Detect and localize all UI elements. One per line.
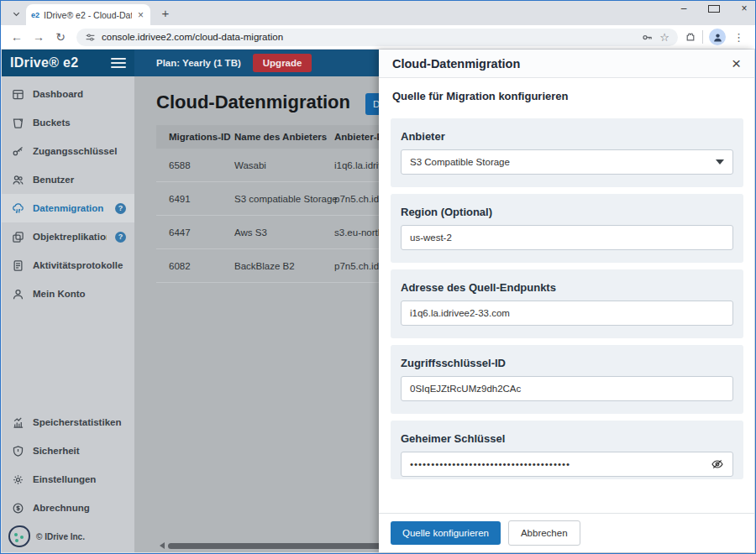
dollar-circle-icon (12, 502, 24, 515)
tab-search-chevron-icon[interactable] (6, 3, 26, 24)
copyright-text: © IDrive Inc. (36, 532, 85, 541)
secret-key-label: Geheimer Schlüssel (401, 432, 733, 445)
browser-tab[interactable]: e2 IDrive® e2 - Cloud-Datenmigra × (26, 4, 150, 25)
window-close-button[interactable]: × (738, 3, 750, 15)
provider-section: Anbieter (391, 118, 743, 187)
sidebar-item-settings[interactable]: Einstellungen (2, 465, 134, 494)
sidebar-item-users[interactable]: Benutzer (2, 165, 134, 194)
secret-key-section: Geheimer Schlüssel (391, 421, 743, 479)
sidebar-item-data-migration[interactable]: Datenmigration ? (2, 194, 134, 222)
help-icon[interactable]: ? (115, 203, 126, 214)
panel-subtitle: Quelle für Migration konfigurieren (392, 90, 568, 102)
sidebar-item-security[interactable]: Sicherheit (2, 436, 134, 465)
idrive-e2-logo: IDrive® e2 (10, 55, 111, 71)
migration-config-panel: Cloud-Datenmigration × Quelle für Migrat… (379, 50, 754, 552)
browser-menu-icon[interactable]: ⋮ (729, 31, 748, 44)
browser-toolbar: ← → ↻ console.idrivee2.com/cloud-data-mi… (1, 25, 755, 49)
access-key-section: Zugriffsschlüssel-ID (391, 345, 743, 414)
upgrade-button[interactable]: Upgrade (253, 54, 312, 72)
chevron-down-icon (716, 159, 724, 165)
sidebar-item-storage-stats[interactable]: Speicherstatistiken (2, 408, 134, 436)
reload-button[interactable]: ↻ (51, 28, 70, 46)
configure-source-button[interactable]: Quelle konfigurieren (391, 521, 501, 545)
browser-window: e2 IDrive® e2 - Cloud-Datenmigra × + – ×… (0, 0, 756, 554)
extensions-puzzle-icon[interactable] (685, 31, 696, 43)
access-key-field-wrap (401, 376, 733, 401)
sidebar-item-dashboard[interactable]: Dashboard (2, 80, 134, 108)
cookie-consent-icon[interactable] (8, 525, 30, 547)
replication-icon (12, 231, 24, 243)
window-controls: – × (678, 3, 750, 15)
logo-strip: IDrive® e2 (2, 50, 134, 76)
scroll-left-arrow-icon[interactable] (160, 542, 165, 549)
password-key-icon[interactable] (641, 31, 654, 44)
sidebar-item-object-replication[interactable]: Objektreplikation ? (2, 222, 134, 251)
forward-button[interactable]: → (29, 28, 48, 46)
region-section: Region (Optional) (391, 194, 743, 263)
provider-select-value[interactable] (410, 157, 716, 167)
users-icon (12, 174, 24, 186)
site-settings-icon[interactable] (85, 32, 96, 43)
endpoint-label: Adresse des Quell-Endpunkts (401, 281, 733, 294)
stats-chart-icon (12, 416, 24, 429)
toggle-password-visibility-icon[interactable] (711, 457, 724, 471)
dashboard-icon (12, 88, 24, 101)
new-tab-button[interactable]: + (155, 3, 176, 23)
panel-title: Cloud-Datenmigration (392, 57, 732, 71)
sidebar-item-activity-logs[interactable]: Aktivitätsprotokolle (2, 251, 134, 280)
shield-icon (12, 445, 24, 457)
endpoint-field-wrap (401, 301, 733, 326)
page-title: Cloud-Datenmigration (156, 91, 350, 113)
site-favicon: e2 (31, 11, 39, 19)
provider-label: Anbieter (401, 130, 733, 143)
panel-footer: Quelle konfigurieren Abbrechen (379, 513, 754, 552)
gear-icon (12, 473, 24, 486)
access-key-label: Zugriffsschlüssel-ID (401, 357, 733, 369)
secret-key-input[interactable] (410, 459, 711, 469)
region-field-wrap (401, 225, 733, 250)
back-button[interactable]: ← (8, 28, 26, 46)
column-header: Migrations-ID (169, 132, 230, 142)
bookmark-star-icon[interactable]: ☆ (659, 31, 669, 44)
sidebar-item-access-keys[interactable]: Zugangsschlüssel (2, 137, 134, 165)
person-icon (12, 288, 24, 301)
copyright-row: © IDrive Inc. (8, 525, 85, 547)
sidebar-item-buckets[interactable]: Buckets (2, 108, 134, 137)
toolbar-divider (702, 30, 703, 44)
panel-header: Cloud-Datenmigration × (379, 50, 754, 78)
endpoint-section: Adresse des Quell-Endpunkts (391, 269, 743, 338)
secret-key-field-wrap (401, 452, 733, 477)
region-label: Region (Optional) (401, 206, 733, 218)
column-header: Name des Anbieters (234, 132, 327, 142)
tab-strip: e2 IDrive® e2 - Cloud-Datenmigra × + – × (1, 1, 755, 25)
window-minimize-button[interactable]: – (678, 3, 690, 15)
window-maximize-button[interactable] (708, 3, 720, 15)
help-icon[interactable]: ? (115, 232, 126, 243)
cloud-migration-icon (12, 202, 24, 215)
cancel-button[interactable]: Abbrechen (508, 520, 580, 546)
sidebar-item-billing[interactable]: Abrechnung (2, 494, 134, 522)
plan-label: Plan: Yearly (1 TB) (156, 58, 241, 68)
endpoint-input[interactable] (410, 308, 724, 318)
document-icon (12, 259, 24, 272)
url-text[interactable]: console.idrivee2.com/cloud-data-migratio… (102, 32, 635, 42)
address-bar[interactable]: console.idrivee2.com/cloud-data-migratio… (76, 29, 678, 46)
region-input[interactable] (410, 233, 724, 243)
panel-close-icon[interactable]: × (732, 55, 741, 71)
profile-avatar[interactable] (709, 29, 726, 45)
tab-close-icon[interactable]: × (136, 9, 145, 21)
sidebar-item-my-account[interactable]: Mein Konto (2, 280, 134, 308)
bucket-icon (12, 117, 24, 129)
app-viewport: IDrive® e2 Plan: Yearly (1 TB) Upgrade D… (2, 50, 754, 552)
sidebar: Dashboard Buckets Zugangsschlüssel Benut… (2, 76, 134, 552)
key-icon (12, 145, 24, 158)
access-key-input[interactable] (410, 384, 724, 394)
tab-title: IDrive® e2 - Cloud-Datenmigra (44, 10, 132, 20)
provider-select[interactable] (401, 149, 733, 175)
hamburger-menu-icon[interactable] (111, 55, 126, 71)
